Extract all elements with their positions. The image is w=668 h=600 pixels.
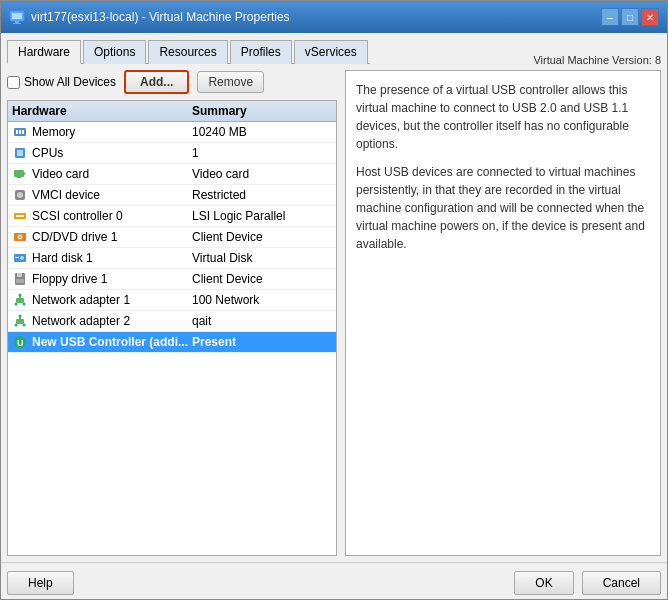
tab-options[interactable]: Options bbox=[83, 40, 146, 64]
scsi-icon bbox=[12, 208, 28, 224]
floppy-icon bbox=[12, 271, 28, 287]
cpu-icon bbox=[12, 145, 28, 161]
row-summary: Video card bbox=[192, 167, 332, 181]
video-icon bbox=[12, 166, 28, 182]
svg-rect-26 bbox=[16, 298, 24, 303]
left-panel: Show All Devices Add... Remove Hardware … bbox=[7, 70, 337, 556]
vmci-icon bbox=[12, 187, 28, 203]
table-row[interactable]: Memory10240 MB bbox=[8, 122, 336, 143]
table-row[interactable]: Network adapter 1100 Network bbox=[8, 290, 336, 311]
svg-rect-6 bbox=[19, 130, 21, 134]
window-title: virt177(esxi13-local) - Virtual Machine … bbox=[31, 10, 290, 24]
svg-point-30 bbox=[23, 303, 26, 306]
row-name: Hard disk 1 bbox=[32, 251, 192, 265]
memory-icon bbox=[12, 124, 28, 140]
table-row[interactable]: Hard disk 1Virtual Disk bbox=[8, 248, 336, 269]
row-name: CPUs bbox=[32, 146, 192, 160]
svg-point-33 bbox=[19, 315, 22, 318]
svg-point-29 bbox=[15, 303, 18, 306]
table-body: Memory10240 MBCPUs1Video cardVideo cardV… bbox=[8, 122, 336, 353]
svg-rect-25 bbox=[16, 279, 24, 283]
hardware-table: Hardware Summary Memory10240 MBCPUs1Vide… bbox=[7, 100, 337, 556]
ok-button[interactable]: OK bbox=[514, 571, 573, 595]
show-all-label[interactable]: Show All Devices bbox=[7, 75, 116, 89]
svg-rect-1 bbox=[12, 13, 22, 19]
tab-profiles[interactable]: Profiles bbox=[230, 40, 292, 64]
row-summary: 100 Network bbox=[192, 293, 332, 307]
tab-resources[interactable]: Resources bbox=[148, 40, 227, 64]
svg-text:U: U bbox=[17, 338, 24, 348]
table-row[interactable]: Network adapter 2qait bbox=[8, 311, 336, 332]
table-row[interactable]: UNew USB Controller (addi...Present bbox=[8, 332, 336, 353]
content-area: HardwareOptionsResourcesProfilesvService… bbox=[1, 33, 667, 562]
net-icon bbox=[12, 292, 28, 308]
svg-rect-9 bbox=[17, 150, 23, 156]
svg-rect-16 bbox=[16, 215, 24, 217]
toolbar: Show All Devices Add... Remove bbox=[7, 70, 337, 94]
svg-rect-10 bbox=[14, 170, 24, 177]
vm-version: Virtual Machine Version: 8 bbox=[533, 54, 661, 70]
description-panel: The presence of a virtual USB controller… bbox=[345, 70, 661, 556]
svg-point-19 bbox=[19, 236, 21, 238]
tab-hardware[interactable]: Hardware bbox=[7, 40, 81, 64]
add-button[interactable]: Add... bbox=[124, 70, 189, 94]
title-bar: virt177(esxi13-local) - Virtual Machine … bbox=[1, 1, 667, 33]
tab-row: HardwareOptionsResourcesProfilesvService… bbox=[7, 39, 661, 70]
svg-rect-3 bbox=[13, 23, 21, 24]
close-button[interactable]: ✕ bbox=[641, 8, 659, 26]
svg-rect-7 bbox=[22, 130, 24, 134]
row-summary: Present bbox=[192, 335, 332, 349]
row-name: CD/DVD drive 1 bbox=[32, 230, 192, 244]
row-summary: Client Device bbox=[192, 272, 332, 286]
description-paragraph-1: The presence of a virtual USB controller… bbox=[356, 81, 650, 153]
table-row[interactable]: Video cardVideo card bbox=[8, 164, 336, 185]
svg-rect-2 bbox=[15, 21, 19, 23]
row-name: Network adapter 2 bbox=[32, 314, 192, 328]
show-all-checkbox[interactable] bbox=[7, 76, 20, 89]
remove-button[interactable]: Remove bbox=[197, 71, 264, 93]
svg-rect-24 bbox=[17, 273, 22, 277]
svg-point-34 bbox=[15, 324, 18, 327]
row-summary: Virtual Disk bbox=[192, 251, 332, 265]
table-header: Hardware Summary bbox=[8, 101, 336, 122]
svg-point-28 bbox=[19, 294, 22, 297]
row-name: SCSI controller 0 bbox=[32, 209, 192, 223]
vm-icon bbox=[9, 9, 25, 25]
tabs: HardwareOptionsResourcesProfilesvService… bbox=[7, 39, 370, 64]
minimize-button[interactable]: – bbox=[601, 8, 619, 26]
row-summary: Client Device bbox=[192, 230, 332, 244]
description-paragraph-2: Host USB devices are connected to virtua… bbox=[356, 163, 650, 253]
row-summary: 10240 MB bbox=[192, 125, 332, 139]
svg-point-14 bbox=[17, 192, 23, 198]
row-name: Memory bbox=[32, 125, 192, 139]
row-summary: Restricted bbox=[192, 188, 332, 202]
row-summary: 1 bbox=[192, 146, 332, 160]
table-row[interactable]: SCSI controller 0LSI Logic Parallel bbox=[8, 206, 336, 227]
table-row[interactable]: Floppy drive 1Client Device bbox=[8, 269, 336, 290]
svg-rect-22 bbox=[15, 257, 19, 258]
bottom-right: OK Cancel bbox=[514, 571, 661, 595]
row-name: Network adapter 1 bbox=[32, 293, 192, 307]
row-name: New USB Controller (addi... bbox=[32, 335, 192, 349]
row-name: VMCI device bbox=[32, 188, 192, 202]
svg-rect-12 bbox=[17, 177, 21, 178]
title-bar-buttons: – □ ✕ bbox=[601, 8, 659, 26]
help-button[interactable]: Help bbox=[7, 571, 74, 595]
cancel-button[interactable]: Cancel bbox=[582, 571, 661, 595]
row-summary: qait bbox=[192, 314, 332, 328]
svg-point-35 bbox=[23, 324, 26, 327]
row-summary: LSI Logic Parallel bbox=[192, 209, 332, 223]
row-name: Floppy drive 1 bbox=[32, 272, 192, 286]
svg-rect-5 bbox=[16, 130, 18, 134]
main-window: virt177(esxi13-local) - Virtual Machine … bbox=[0, 0, 668, 600]
table-row[interactable]: CPUs1 bbox=[8, 143, 336, 164]
maximize-button[interactable]: □ bbox=[621, 8, 639, 26]
svg-rect-31 bbox=[16, 319, 24, 324]
table-row[interactable]: VMCI deviceRestricted bbox=[8, 185, 336, 206]
tab-vservices[interactable]: vServices bbox=[294, 40, 368, 64]
row-name: Video card bbox=[32, 167, 192, 181]
col-summary-header: Summary bbox=[192, 104, 332, 118]
table-row[interactable]: CD/DVD drive 1Client Device bbox=[8, 227, 336, 248]
title-bar-left: virt177(esxi13-local) - Virtual Machine … bbox=[9, 9, 290, 25]
usb-icon: U bbox=[12, 334, 28, 350]
